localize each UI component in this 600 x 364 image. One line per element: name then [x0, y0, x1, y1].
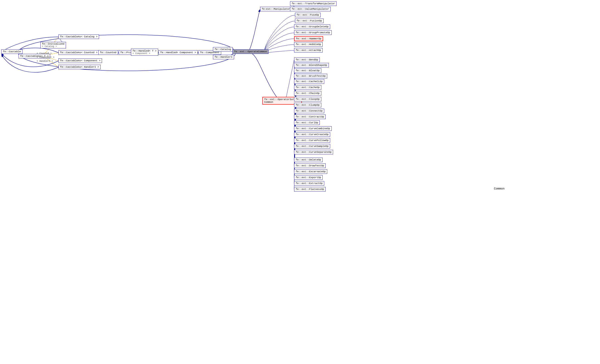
node-castable-as-counted: fe::CastableAs< Counted >	[58, 50, 99, 55]
node-flatness-op: fe::ext::FlatnessOp	[294, 187, 326, 191]
node-hammer-op: fe::ext::HammerOp	[294, 36, 323, 41]
node-curve-separate-op: fe::ext::CurveSeparateOp	[294, 150, 333, 154]
diagram-container: fe::Castable fe::CastableAs< T > fe::Ini…	[0, 0, 600, 364]
node-delete-op: fe::ext::DeleteOp	[294, 158, 323, 162]
node-hobble-op: fe::ext::HobbleOp	[294, 42, 323, 47]
node-castable-as-catalog: fe::CastableAs< Catalog >	[58, 34, 99, 39]
node-cache-op: fe::ext::CacheOp	[294, 85, 321, 90]
node-extract-op: fe::ext::ExtractOp	[294, 181, 324, 186]
label-common: Common	[494, 187, 505, 190]
node-fusion-op: fe::ext::FusionOp	[295, 18, 324, 23]
node-blend-shape-op: fe::ext::BlendShapeOp	[294, 63, 329, 67]
label-handleri: < HandlerI >	[37, 60, 53, 63]
node-attach-op: fe::ext::AttachOp	[294, 48, 323, 53]
node-castable-as-component: fe::CastableAs< Component >	[58, 58, 102, 63]
node-curl-op: fe::ext::CurlOp	[294, 120, 320, 125]
node-counted: fe::Counted	[98, 50, 118, 55]
label-component: < Component >	[37, 56, 54, 59]
node-clasp-op: fe::ext::ClaspOp	[294, 97, 321, 101]
node-group-delete-op: fe::ext::GroupDeleteOp	[294, 24, 330, 29]
node-handleri: fe::HandlerI	[213, 55, 234, 59]
node-brush-test-op: fe::ext::BrushTestOp	[294, 74, 327, 78]
node-castable-as-handleri: fe::CastableAs< HandlerI >	[58, 65, 101, 69]
node-initialized: fe::Initialized < Catalog >	[40, 42, 66, 48]
node-curve-sample-op: fe::ext::CurveSampleOp	[294, 144, 330, 148]
node-curve-create-op: fe::ext::CurveCreateOp	[294, 132, 330, 137]
node-bend-op: fe::ext::BendOp	[294, 57, 320, 62]
node-bloat-op: fe::ext::BloatOp	[294, 68, 321, 73]
node-operate-common: fe::ext::OperateCommon	[233, 49, 269, 54]
node-group-promote-op: fe::ext::GroupPromoteOp	[294, 30, 332, 35]
node-castable: fe::Castable	[1, 49, 22, 54]
node-catalog: fe::Catalog	[213, 47, 233, 52]
node-handled-component: fe::Handled< Component >	[159, 50, 197, 55]
node-export-op: fe::ext::ExportOp	[294, 175, 323, 180]
node-transform-manipulator: fe::ext::TransformManipulator	[290, 1, 337, 6]
node-handled-t: fe::Handled< T > < Component >	[131, 49, 158, 56]
node-curve-combine-op: fe::ext::CurveCombineOp	[294, 126, 332, 131]
node-connect-op: fe::ext::ConnectOp	[294, 109, 324, 113]
node-curve-follow-op: fe::ext::CurveFollowOp	[294, 138, 330, 143]
node-contract-op: fe::ext::ContractOp	[294, 115, 326, 119]
node-clump-op: fe::ext::ClumpOp	[294, 103, 321, 107]
node-chain-op: fe::ext::ChainOp	[294, 91, 321, 96]
node-value-manipulator: fe::ext::ValueManipulator	[290, 7, 331, 11]
node-excarnate-op: fe::ext::ExcarnateOp	[294, 169, 327, 174]
node-fuse-op: fe::ext::FuseOp	[295, 13, 321, 17]
node-draw-test-op: fe::ext::DrawTestOp	[294, 164, 326, 168]
node-cache-cl-op: fe::ext::CacheCLOp	[294, 79, 324, 84]
label-counted: < Counted >	[37, 52, 52, 55]
